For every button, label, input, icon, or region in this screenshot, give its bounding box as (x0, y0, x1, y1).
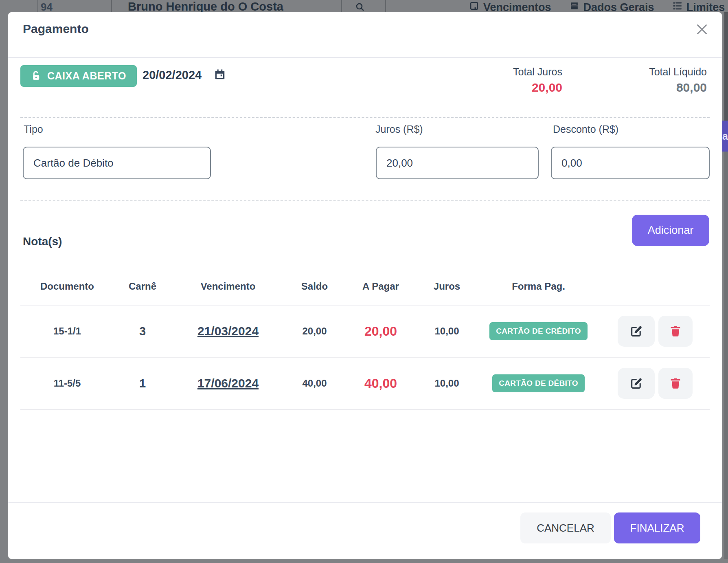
total-juros-value: 20,00 (513, 81, 562, 95)
cell-a-pagar: 20,00 (344, 324, 417, 339)
payment-method-badge: CARTÃO DE DÉBITO (492, 374, 584, 392)
divider (341, 0, 342, 12)
cash-register-status-badge[interactable]: CAIXA ABERTO (20, 65, 137, 87)
close-icon[interactable] (693, 20, 711, 38)
total-liquido-block: Total Líquido 80,00 (649, 66, 707, 95)
col-vencimento: Vencimento (171, 281, 285, 292)
footer-divider (8, 502, 722, 503)
tab-vencimentos[interactable]: Vencimentos (469, 1, 551, 12)
cell-juros: 10,00 (417, 325, 476, 337)
tipo-label: Tipo (24, 123, 43, 135)
header-divider (8, 57, 722, 58)
page-scrollbar-thumb[interactable] (724, 12, 728, 121)
row-actions (601, 368, 710, 399)
background-table-row: 94 Bruno Henrique do O Costa Vencimentos (0, 0, 728, 12)
total-juros-label: Total Juros (513, 66, 562, 78)
desconto-label: Desconto (R$) (553, 123, 618, 135)
tab-dados-gerais[interactable]: Dados Gerais (569, 1, 654, 12)
cell-saldo: 40,00 (285, 378, 344, 389)
notes-section-title: Nota(s) (23, 235, 62, 248)
col-documento: Documento (20, 281, 114, 292)
cell-juros: 10,00 (417, 378, 476, 389)
tab-label: Limites e S (686, 1, 728, 13)
col-juros: Juros (417, 281, 476, 292)
cancelar-button[interactable]: CANCELAR (520, 512, 611, 543)
cell-carne: 3 (114, 325, 171, 338)
background-partial-button: a (721, 121, 728, 152)
finalizar-button[interactable]: FINALIZAR (614, 512, 700, 543)
dashed-divider (20, 117, 710, 118)
total-liquido-value: 80,00 (649, 81, 707, 95)
col-a-pagar: A Pagar (344, 281, 417, 292)
table-row: 15-1/1 3 21/03/2024 20,00 20,00 10,00 CA… (20, 306, 710, 358)
delete-button[interactable] (658, 368, 693, 399)
cell-documento: 11-5/5 (20, 378, 114, 389)
row-id: 94 (41, 1, 53, 12)
divider (111, 0, 112, 12)
col-carne: Carnê (114, 281, 171, 292)
col-forma-pag: Forma Pag. (476, 281, 601, 292)
total-liquido-label: Total Líquido (649, 66, 707, 78)
background-tabs: Vencimentos Dados Gerais Limites e S (469, 1, 728, 12)
calendar-check-icon (469, 1, 479, 12)
edit-button[interactable] (618, 368, 655, 399)
payment-date[interactable]: 20/02/2024 (143, 68, 202, 82)
dashed-divider (20, 200, 710, 201)
tipo-field[interactable] (23, 147, 211, 179)
divider (37, 0, 38, 12)
payment-modal: Pagamento CAIXA ABERTO 20/02/2024 (8, 12, 722, 559)
calendar-icon[interactable] (214, 68, 226, 82)
search-icon[interactable] (355, 2, 365, 12)
page-scrollbar-track[interactable] (724, 152, 728, 559)
juros-label: Juros (R$) (375, 123, 423, 135)
lock-open-icon (31, 70, 42, 81)
status-badge-label: CAIXA ABERTO (47, 70, 126, 82)
table-header-row: Documento Carnê Vencimento Saldo A Pagar… (20, 268, 710, 306)
table-row: 11-5/5 1 17/06/2024 40,00 40,00 10,00 CA… (20, 358, 710, 410)
cell-saldo: 20,00 (285, 325, 344, 337)
juros-field[interactable] (376, 147, 539, 179)
vencimento-link[interactable]: 17/06/2024 (197, 376, 259, 390)
delete-button[interactable] (658, 316, 693, 347)
col-saldo: Saldo (285, 281, 344, 292)
list-icon (672, 1, 682, 12)
cell-documento: 15-1/1 (20, 325, 114, 337)
customer-name: Bruno Henrique do O Costa (118, 0, 293, 12)
cell-a-pagar: 40,00 (344, 376, 417, 391)
payment-method-badge: CARTÃO DE CRÉDITO (489, 322, 587, 340)
edit-button[interactable] (618, 316, 655, 347)
notes-table: Documento Carnê Vencimento Saldo A Pagar… (20, 268, 710, 410)
cell-carne: 1 (114, 377, 171, 390)
divider (385, 0, 386, 12)
vencimento-link[interactable]: 21/03/2024 (197, 324, 259, 338)
total-juros-block: Total Juros 20,00 (513, 66, 562, 95)
adicionar-button[interactable]: Adicionar (632, 215, 709, 246)
screen: 94 Bruno Henrique do O Costa Vencimentos (0, 0, 728, 563)
tab-label: Vencimentos (483, 1, 551, 13)
row-actions (601, 316, 710, 347)
tab-limites[interactable]: Limites e S (672, 1, 728, 12)
desconto-field[interactable] (551, 147, 710, 179)
modal-title: Pagamento (23, 22, 89, 36)
server-card-icon (569, 1, 579, 12)
tab-label: Dados Gerais (583, 1, 654, 13)
